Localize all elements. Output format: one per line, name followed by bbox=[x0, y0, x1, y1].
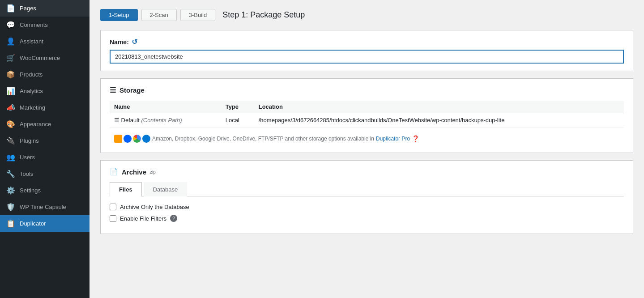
settings-icon: ⚙️ bbox=[6, 186, 15, 195]
wp-time-capsule-icon: 🛡️ bbox=[6, 203, 15, 211]
marketing-icon: 📣 bbox=[6, 103, 15, 112]
zip-badge: zip bbox=[150, 170, 156, 175]
sidebar-item-users[interactable]: 👥Users bbox=[0, 149, 90, 166]
sidebar-item-label: Plugins bbox=[20, 137, 39, 144]
sidebar-item-label: WooCommerce bbox=[20, 55, 60, 61]
sidebar-item-wp-time-capsule[interactable]: 🛡️WP Time Capsule bbox=[0, 199, 90, 215]
sidebar-item-plugins[interactable]: 🔌Plugins bbox=[0, 132, 90, 149]
sidebar-item-label: Duplicator bbox=[20, 220, 46, 227]
woocommerce-icon: 🛒 bbox=[6, 54, 15, 62]
comments-icon: 💬 bbox=[6, 21, 15, 29]
amazon-icon bbox=[114, 135, 122, 143]
sidebar-item-analytics[interactable]: 📊Analytics bbox=[0, 83, 90, 99]
sidebar-item-label: Settings bbox=[20, 187, 41, 194]
archive-heading: 📄 Archive zip bbox=[110, 168, 624, 176]
duplicator-pro-link[interactable]: Duplicator Pro bbox=[376, 136, 410, 142]
notice-text: Amazon, Dropbox, Google Drive, OneDrive,… bbox=[152, 136, 374, 142]
sidebar-item-comments[interactable]: 💬Comments bbox=[0, 17, 90, 33]
tools-icon: 🔧 bbox=[6, 170, 15, 178]
sidebar-item-marketing[interactable]: 📣Marketing bbox=[0, 99, 90, 116]
col-name: Name bbox=[110, 101, 221, 113]
row-type: Local bbox=[221, 113, 254, 128]
col-type: Type bbox=[221, 101, 254, 113]
sidebar-item-label: Analytics bbox=[20, 88, 43, 94]
sidebar-item-label: Tools bbox=[20, 170, 33, 177]
enable-file-filters-row: Enable File Filters ? bbox=[110, 215, 624, 222]
sidebar-item-label: Marketing bbox=[20, 104, 45, 111]
storage-icon: ☰ bbox=[110, 86, 116, 94]
storage-table: Name Type Location ☰ Default (Contents P… bbox=[110, 101, 624, 128]
row-name: ☰ Default (Contents Path) bbox=[110, 113, 221, 128]
assistant-icon: 👤 bbox=[6, 37, 15, 46]
pages-icon: 📄 bbox=[6, 4, 15, 13]
sidebar-item-assistant[interactable]: 👤Assistant bbox=[0, 33, 90, 50]
tab-database[interactable]: Database bbox=[144, 182, 188, 196]
analytics-icon: 📊 bbox=[6, 87, 15, 95]
sidebar-item-woocommerce[interactable]: 🛒WooCommerce bbox=[0, 50, 90, 66]
sidebar: 📄Pages💬Comments👤Assistant🛒WooCommerce📦Pr… bbox=[0, 0, 90, 298]
dropbox-icon bbox=[124, 135, 132, 143]
archive-tabs: Files Database bbox=[110, 182, 624, 196]
archive-only-db-row: Archive Only the Database bbox=[110, 204, 624, 210]
sidebar-item-pages[interactable]: 📄Pages bbox=[0, 0, 90, 17]
col-location: Location bbox=[254, 101, 624, 113]
sidebar-item-label: Appearance bbox=[20, 121, 51, 128]
sidebar-item-appearance[interactable]: 🎨Appearance bbox=[0, 116, 90, 132]
refresh-icon[interactable]: ↺ bbox=[132, 38, 137, 46]
name-label: Name: ↺ bbox=[110, 38, 624, 46]
enable-file-filters-checkbox[interactable] bbox=[110, 215, 116, 222]
archive-only-db-checkbox[interactable] bbox=[110, 204, 116, 210]
tab-files[interactable]: Files bbox=[110, 182, 142, 196]
step1-button[interactable]: 1-Setup bbox=[100, 9, 138, 21]
step3-button[interactable]: 3-Build bbox=[180, 9, 215, 21]
products-icon: 📦 bbox=[6, 70, 15, 79]
sidebar-item-label: Pages bbox=[20, 5, 36, 12]
sidebar-item-label: WP Time Capsule bbox=[20, 204, 66, 210]
archive-file-icon: 📄 bbox=[110, 168, 118, 176]
sidebar-item-duplicator[interactable]: 📋Duplicator bbox=[0, 215, 90, 232]
table-row: ☰ Default (Contents Path) Local /homepag… bbox=[110, 113, 624, 128]
sidebar-item-label: Products bbox=[20, 71, 43, 78]
main-content: 1-Setup 2-Scan 3-Build Step 1: Package S… bbox=[90, 0, 644, 298]
plugins-icon: 🔌 bbox=[6, 136, 15, 145]
archive-section: 📄 Archive zip Files Database Archive Onl… bbox=[100, 160, 633, 234]
sidebar-item-label: Assistant bbox=[20, 38, 43, 45]
onedrive-icon bbox=[142, 135, 150, 143]
help-icon[interactable]: ? bbox=[170, 215, 177, 222]
enable-file-filters-label: Enable File Filters bbox=[120, 215, 166, 222]
step-title: Step 1: Package Setup bbox=[222, 10, 305, 20]
sidebar-item-tools[interactable]: 🔧Tools bbox=[0, 166, 90, 182]
row-location: /homepages/3/d672664285/htdocs/clickandb… bbox=[254, 113, 624, 128]
step2-button[interactable]: 2-Scan bbox=[141, 9, 177, 21]
storage-heading: ☰ Storage bbox=[110, 86, 624, 94]
question-icon: ❓ bbox=[412, 135, 419, 142]
storage-provider-icons bbox=[114, 135, 150, 143]
gdrive-icon bbox=[133, 135, 141, 143]
name-section: Name: ↺ bbox=[100, 30, 633, 71]
users-icon: 👥 bbox=[6, 153, 15, 162]
duplicator-icon: 📋 bbox=[6, 219, 15, 228]
sidebar-item-label: Users bbox=[20, 154, 35, 161]
step-header: 1-Setup 2-Scan 3-Build Step 1: Package S… bbox=[100, 9, 633, 21]
sidebar-item-label: Comments bbox=[20, 21, 48, 28]
storage-section: ☰ Storage Name Type Location ☰ Default (… bbox=[100, 78, 633, 153]
package-name-input[interactable] bbox=[110, 50, 624, 64]
sidebar-item-settings[interactable]: ⚙️Settings bbox=[0, 182, 90, 199]
sidebar-item-products[interactable]: 📦Products bbox=[0, 66, 90, 83]
appearance-icon: 🎨 bbox=[6, 120, 15, 128]
storage-notice: Amazon, Dropbox, Google Drive, OneDrive,… bbox=[110, 132, 624, 145]
archive-only-db-label: Archive Only the Database bbox=[120, 204, 189, 210]
